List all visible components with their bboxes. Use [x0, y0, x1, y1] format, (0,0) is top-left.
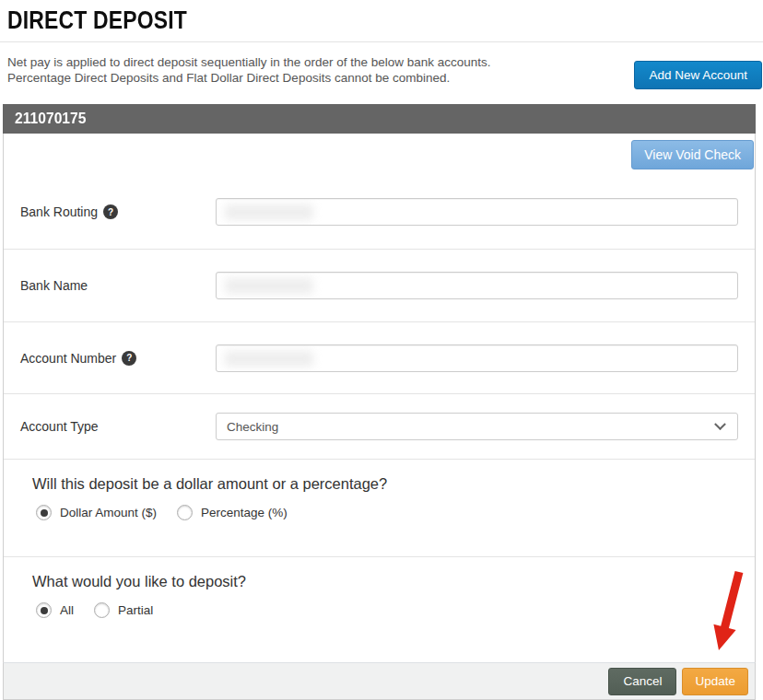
bank-routing-help-icon[interactable]: ?	[103, 204, 118, 219]
bank-routing-label: Bank Routing ?	[20, 204, 216, 219]
percentage-radio-option[interactable]: Percentage (%)	[177, 505, 288, 520]
deposit-portion-options: All Partial	[32, 602, 738, 618]
redacted-value-blur	[225, 351, 313, 367]
bank-routing-input[interactable]	[216, 198, 738, 226]
bank-routing-label-text: Bank Routing	[20, 204, 98, 219]
amount-or-percentage-question: Will this deposit be a dollar amount or …	[32, 475, 738, 493]
bank-name-control	[216, 272, 738, 299]
bank-name-label-text: Bank Name	[20, 278, 88, 293]
chevron-down-icon	[714, 418, 726, 430]
radio-button-icon[interactable]	[177, 505, 193, 520]
amount-or-percentage-section: Will this deposit be a dollar amount or …	[4, 460, 755, 557]
account-panel-body: View Void Check Bank Routing ? Bank Name	[3, 134, 756, 662]
account-number-input[interactable]	[216, 344, 738, 372]
add-new-account-button[interactable]: Add New Account	[634, 61, 762, 89]
bank-routing-control	[216, 198, 738, 226]
view-void-check-button[interactable]: View Void Check	[631, 140, 754, 169]
all-radio-option[interactable]: All	[36, 602, 74, 618]
radio-button-icon[interactable]	[36, 602, 52, 618]
account-panel-footer: Cancel Update	[3, 662, 756, 700]
page-title: DIRECT DEPOSIT	[7, 6, 650, 35]
account-type-select[interactable]: Checking	[216, 413, 738, 440]
account-panel-header: 211070175	[3, 104, 756, 134]
redacted-value-blur	[225, 204, 313, 220]
bank-name-row: Bank Name	[4, 250, 755, 322]
account-type-label: Account Type	[20, 419, 216, 434]
update-button[interactable]: Update	[682, 668, 748, 695]
bank-routing-row: Bank Routing ?	[4, 175, 755, 250]
dollar-amount-radio-option[interactable]: Dollar Amount ($)	[36, 505, 157, 520]
all-radio-label: All	[60, 603, 74, 617]
amount-or-percentage-options: Dollar Amount ($) Percentage (%)	[32, 505, 738, 520]
dollar-amount-radio-label: Dollar Amount ($)	[60, 506, 157, 519]
intro-row: Net pay is applied to direct deposit seq…	[0, 42, 763, 98]
deposit-portion-question: What would you like to deposit?	[32, 573, 738, 590]
bank-name-label: Bank Name	[20, 278, 216, 293]
account-number-help-icon[interactable]: ?	[122, 351, 136, 366]
account-type-row: Account Type Checking	[4, 394, 755, 460]
intro-line-2: Percentage Direct Deposits and Flat Doll…	[7, 71, 491, 87]
account-number-row: Account Number ?	[4, 322, 755, 394]
cancel-button[interactable]: Cancel	[608, 668, 676, 695]
partial-radio-label: Partial	[118, 603, 153, 617]
intro-text: Net pay is applied to direct deposit seq…	[7, 55, 491, 87]
account-type-control: Checking	[216, 413, 738, 440]
account-number-label-text: Account Number	[20, 351, 116, 366]
account-number-control	[216, 344, 738, 372]
void-check-row: View Void Check	[4, 134, 755, 175]
bank-routing-number-heading: 211070175	[15, 110, 86, 128]
direct-deposit-account-panel: 211070175 View Void Check Bank Routing ?…	[3, 104, 756, 700]
radio-button-icon[interactable]	[36, 505, 52, 520]
percentage-radio-label: Percentage (%)	[201, 506, 288, 519]
account-number-label: Account Number ?	[20, 351, 216, 366]
radio-button-icon[interactable]	[94, 602, 110, 618]
redacted-value-blur	[225, 278, 313, 294]
account-type-label-text: Account Type	[20, 419, 99, 434]
deposit-portion-section: What would you like to deposit? All Part…	[4, 557, 755, 662]
bank-name-input[interactable]	[216, 272, 738, 299]
intro-line-1: Net pay is applied to direct deposit seq…	[7, 55, 491, 71]
partial-radio-option[interactable]: Partial	[94, 602, 153, 618]
account-type-selected-value: Checking	[227, 420, 278, 434]
